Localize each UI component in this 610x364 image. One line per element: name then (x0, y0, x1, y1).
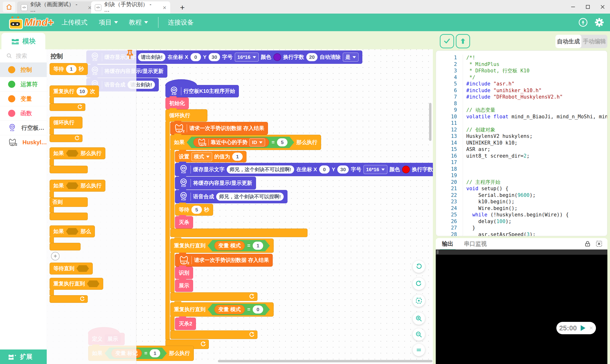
tab-output[interactable]: 输出 (442, 240, 453, 247)
zoom-reset-button[interactable] (413, 344, 425, 356)
sidebar-item-control[interactable]: 控制 (0, 63, 47, 77)
block-if-gesture[interactable]: 如果 2 靠近中心的手势 ID = 5 那么执行 (170, 135, 321, 150)
y-input[interactable]: 30 (208, 53, 220, 61)
reporter-gesture-near-center[interactable]: 2 靠近中心的手势 ID (193, 138, 269, 147)
text-input[interactable]: 师兄，这个剑诀不可以捏啊! (216, 193, 284, 201)
block-repeat-until-1-bottom[interactable] (170, 292, 257, 301)
value-input[interactable]: 10 (77, 87, 88, 95)
block-request-gesture-2[interactable]: 2 请求一次手势识别数据 存入结果 (175, 254, 273, 267)
sidebar-item-functions[interactable]: 函数 (0, 106, 47, 121)
minimize-button[interactable] (566, 0, 581, 13)
center-blocks-button[interactable] (413, 295, 425, 307)
search-box[interactable] (0, 49, 47, 63)
palette-block-forever-bottom[interactable] (50, 134, 83, 142)
id-dropdown[interactable]: ID (249, 138, 265, 146)
home-button[interactable] (3, 2, 15, 12)
tab-jianjue-gesture[interactable]: </> 剑诀（手势识别） - ⋯ × (91, 1, 170, 13)
palette-block-if-expandable-bottom[interactable] (50, 243, 81, 250)
font-size-dropdown[interactable]: 16*16 (235, 52, 259, 62)
tab-serial-monitor[interactable]: 串口监视 (464, 240, 487, 247)
wrap-input[interactable]: 20 (306, 53, 318, 61)
lock-icon[interactable] (584, 240, 591, 247)
manual-edit-option[interactable]: 手动编辑 (582, 35, 607, 48)
x-input[interactable]: 0 (191, 53, 201, 61)
canvas-horizontal-scrollbar[interactable] (218, 360, 432, 362)
condition-equals[interactable]: 变量 模式 = 0 (208, 304, 270, 315)
undo-button[interactable] (413, 260, 425, 273)
block-forever-header[interactable]: 循环执行 (166, 109, 208, 122)
dismiss-icon[interactable]: × (589, 325, 593, 331)
menu-project[interactable]: 项目 (99, 18, 118, 27)
sidebar-item-huskylens[interactable]: 2 Huskyl… (0, 135, 47, 150)
block-cache-display-text[interactable]: 缓存显示文字 师兄，这个剑诀不可以捏啊! 在坐标 X 0 Y 30 字号 16*… (175, 163, 433, 176)
palette-block-repeat-until[interactable]: 重复执行直到 (50, 278, 103, 290)
block-call-kill2[interactable]: 灭杀2 (175, 318, 196, 330)
palette-block-if-then[interactable]: 如果 那么执行 (50, 147, 105, 159)
font-size-dropdown[interactable]: 16*16 (363, 165, 387, 174)
x-input[interactable]: 0 (319, 166, 330, 174)
redo-button[interactable] (413, 278, 425, 290)
palette-block-else-bar[interactable]: 否则 (50, 197, 88, 207)
sidebar-item-unihiker-k10[interactable]: 行空板… (0, 121, 47, 135)
value-input[interactable]: 5 (191, 206, 202, 214)
palette-block-if-expandable[interactable]: 如果 那么 (50, 225, 95, 237)
block-repeat-until-2[interactable]: 重复执行直到 变量 模式 = 0 (170, 302, 274, 317)
canvas-vertical-scrollbar[interactable] (429, 103, 431, 141)
boolean-slot[interactable] (87, 280, 99, 287)
verify-code-button[interactable] (440, 34, 454, 48)
sidebar-item-operators[interactable]: 运算符 (0, 77, 47, 92)
boolean-slot[interactable] (66, 228, 78, 235)
palette-block-repeat-until-bottom[interactable] (50, 295, 88, 303)
tab-close-icon[interactable]: × (163, 4, 166, 11)
menu-tutorial[interactable]: 教程 (129, 18, 148, 27)
zoom-out-button[interactable] (413, 328, 425, 341)
block-set-variable[interactable]: 设置 模式 的值为 1 (175, 151, 247, 162)
boolean-slot[interactable] (77, 265, 89, 272)
text-input[interactable]: 请出剑诀! (138, 53, 166, 61)
condition-equals[interactable]: 变量 模式 = 1 (208, 240, 270, 251)
block-call-kill[interactable]: 灭杀 (175, 216, 193, 229)
value-input[interactable]: 5 (277, 138, 288, 146)
auto-clear-dropdown[interactable]: 是 (343, 52, 359, 62)
play-icon[interactable] (581, 325, 585, 331)
auto-generate-option[interactable]: 自动生成 (555, 35, 582, 48)
value-input[interactable]: 1 (150, 349, 160, 357)
palette-block-repeat-bottom[interactable] (50, 103, 85, 111)
palette-block-if-else-bottom[interactable] (50, 213, 88, 220)
block-repeat-until-2-bottom[interactable] (170, 330, 257, 339)
color-swatch[interactable] (273, 53, 281, 61)
value-input[interactable]: 1 (66, 65, 77, 73)
menu-connect-device[interactable]: 连接设备 (168, 18, 194, 27)
block-repeat-until-1[interactable]: 重复执行直到 变量 模式 = 1 (170, 239, 274, 253)
value-input[interactable]: 1 (253, 242, 263, 250)
tab-jianjue-screen-test[interactable]: </> 剑诀（画面测试） - ⋯ × (17, 1, 95, 13)
palette-block-wait[interactable]: 等待 1 秒 (50, 63, 88, 75)
palette-block-wait-until[interactable]: 等待直到 (50, 263, 93, 274)
palette-block-if-else[interactable]: 如果 那么执行 (50, 180, 105, 192)
palette-block-if-bottom[interactable] (50, 166, 88, 173)
close-window-button[interactable] (595, 0, 610, 13)
output-console[interactable]: 25:00 × (436, 255, 607, 364)
upload-code-button[interactable] (456, 34, 470, 48)
menu-upload-mode[interactable]: 上传模式 (62, 18, 87, 27)
clear-output-icon[interactable] (596, 240, 603, 247)
boolean-slot[interactable] (66, 182, 78, 189)
mindplus-logo[interactable]: Mind+ (9, 16, 54, 28)
value-input[interactable]: 0 (253, 305, 263, 313)
color-swatch[interactable] (402, 166, 410, 173)
reporter-variable-mode[interactable]: 变量 模式 (214, 241, 245, 250)
palette-block-repeat[interactable]: 重复执行 10 次 (50, 85, 99, 97)
block-call-init[interactable]: 初始化 (166, 97, 189, 109)
block-call-recognize[interactable]: 识别 (175, 267, 193, 279)
block-tts[interactable]: 语音合成 师兄，这个剑诀不可以捏啊! (175, 190, 288, 203)
reporter-variable-mode[interactable]: 变量 模式 (214, 305, 245, 314)
community-button[interactable] (578, 17, 589, 28)
block-k10-main-start[interactable]: 行空板K10主程序开始 (166, 85, 239, 97)
tab-modules[interactable]: 模块 (1, 33, 45, 49)
search-input[interactable] (15, 52, 40, 60)
boolean-slot[interactable] (66, 150, 78, 157)
sidebar-item-variables[interactable]: 变量 (0, 92, 47, 106)
zoom-in-button[interactable] (413, 312, 425, 325)
block-palette[interactable]: 控制 等待 1 秒 重复执行 10 次 循环执行 (47, 49, 136, 364)
extensions-button[interactable]: 扩展 (0, 350, 47, 364)
